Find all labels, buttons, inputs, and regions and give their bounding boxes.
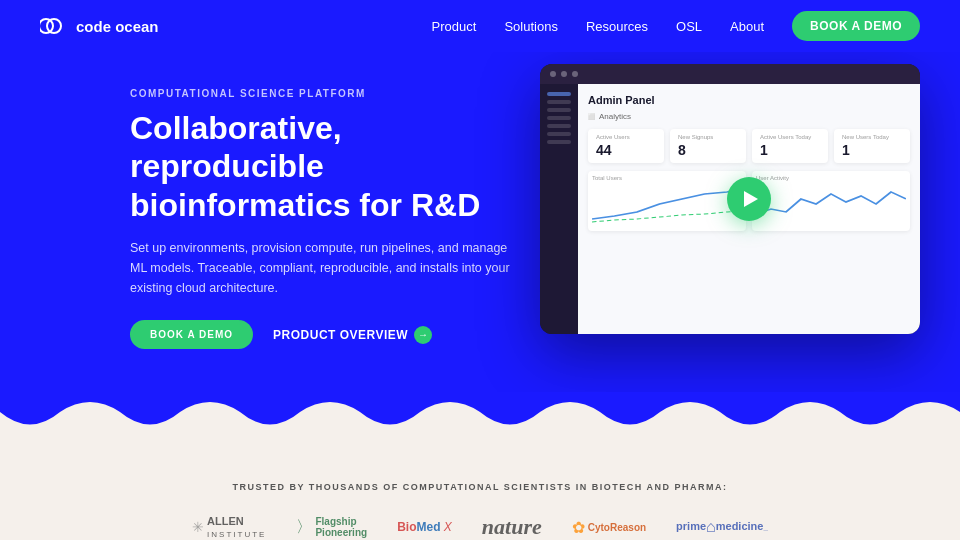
nav-about[interactable]: About	[730, 19, 764, 34]
metric-today-active: Active Users Today 1	[752, 129, 828, 163]
sidebar-item-6	[547, 132, 571, 136]
dashboard-sidebar	[540, 84, 578, 334]
window-dot-1	[550, 71, 556, 77]
hero-text-block: COMPUTATIONAL SCIENCE PLATFORM Collabora…	[130, 80, 510, 349]
metric-today-new: New Users Today 1	[834, 129, 910, 163]
logo-allen-text: ALLENINSTITUTE	[207, 515, 266, 539]
logo-nature-text: nature	[482, 514, 542, 540]
sidebar-item-5	[547, 124, 571, 128]
nav-osl[interactable]: OSL	[676, 19, 702, 34]
dashboard-title: Admin Panel	[588, 94, 910, 106]
nav-book-demo-button[interactable]: BOOK A DEMO	[792, 11, 920, 41]
hero-description: Set up environments, provision compute, …	[130, 238, 510, 298]
metric-new-signups: New Signups 8	[670, 129, 746, 163]
logos-row-1: ✳ ALLENINSTITUTE 〉 FlagshipPioneering Bi…	[40, 512, 920, 540]
trusted-section: TRUSTED BY THOUSANDS OF COMPUTATIONAL SC…	[0, 462, 960, 540]
metric-label-4: New Users Today	[842, 134, 902, 140]
metric-label-2: New Signups	[678, 134, 738, 140]
metric-value-3: 1	[760, 142, 820, 158]
logo-biomed-text: BioMed X	[397, 520, 452, 534]
chart-label-1: Total Users	[592, 175, 742, 181]
metric-value-2: 8	[678, 142, 738, 158]
play-icon	[744, 191, 758, 207]
dashboard-preview: Admin Panel Analytics Active Users 44 Ne…	[540, 64, 920, 334]
hero-eyebrow: COMPUTATIONAL SCIENCE PLATFORM	[130, 88, 510, 99]
window-dot-3	[572, 71, 578, 77]
metric-label-1: Active Users	[596, 134, 656, 140]
metric-label-3: Active Users Today	[760, 134, 820, 140]
nav-product[interactable]: Product	[432, 19, 477, 34]
sidebar-item-1	[547, 92, 571, 96]
logo-prime-text: prime⌂medicine_	[676, 518, 768, 536]
hero-book-demo-button[interactable]: BOOK A DEMO	[130, 320, 253, 349]
window-dot-2	[561, 71, 567, 77]
metric-value-1: 44	[596, 142, 656, 158]
logo-flagship: 〉 FlagshipPioneering	[296, 512, 367, 540]
logo-nature: nature	[482, 512, 542, 540]
metric-value-4: 1	[842, 142, 902, 158]
trusted-label: TRUSTED BY THOUSANDS OF COMPUTATIONAL SC…	[40, 482, 920, 492]
chart-label-2: User Activity	[756, 175, 906, 181]
hero-section: COMPUTATIONAL SCIENCE PLATFORM Collabora…	[0, 52, 960, 392]
cta-secondary-label: PRODUCT OVERVIEW	[273, 328, 408, 342]
sidebar-item-2	[547, 100, 571, 104]
logo-flagship-text: FlagshipPioneering	[315, 516, 367, 538]
navbar: code ocean Product Solutions Resources O…	[0, 0, 960, 52]
dashboard-top-bar	[540, 64, 920, 84]
play-button[interactable]	[727, 177, 771, 221]
dashboard-subtitle: Analytics	[588, 112, 910, 121]
hero-headline: Collaborative, reproducible bioinformati…	[130, 109, 510, 224]
chart-total-users: Total Users	[588, 171, 746, 231]
nav-solutions[interactable]: Solutions	[504, 19, 557, 34]
sidebar-item-3	[547, 108, 571, 112]
logo-text: code ocean	[76, 18, 159, 35]
dashboard-metrics: Active Users 44 New Signups 8 Active Use…	[588, 129, 910, 163]
nav-links: Product Solutions Resources OSL About BO…	[432, 11, 920, 41]
hero-cta-group: BOOK A DEMO PRODUCT OVERVIEW →	[130, 320, 510, 349]
chart-user-activity: User Activity	[752, 171, 910, 231]
logo-biomed: BioMed X	[397, 512, 452, 540]
nav-resources[interactable]: Resources	[586, 19, 648, 34]
logo-prime-medicine: prime⌂medicine_	[676, 512, 768, 540]
sidebar-item-7	[547, 140, 571, 144]
logo[interactable]: code ocean	[40, 17, 159, 35]
cta-arrow-icon: →	[414, 326, 432, 344]
logo-cytoreason: ✿ CytoReason	[572, 512, 646, 540]
wave-divider	[0, 392, 960, 462]
sidebar-item-4	[547, 116, 571, 120]
hero-product-overview-link[interactable]: PRODUCT OVERVIEW →	[273, 326, 432, 344]
metric-active-users: Active Users 44	[588, 129, 664, 163]
logo-cyto-text: CytoReason	[588, 522, 646, 533]
logo-allen-institute: ✳ ALLENINSTITUTE	[192, 512, 266, 540]
logo-icon	[40, 17, 68, 35]
